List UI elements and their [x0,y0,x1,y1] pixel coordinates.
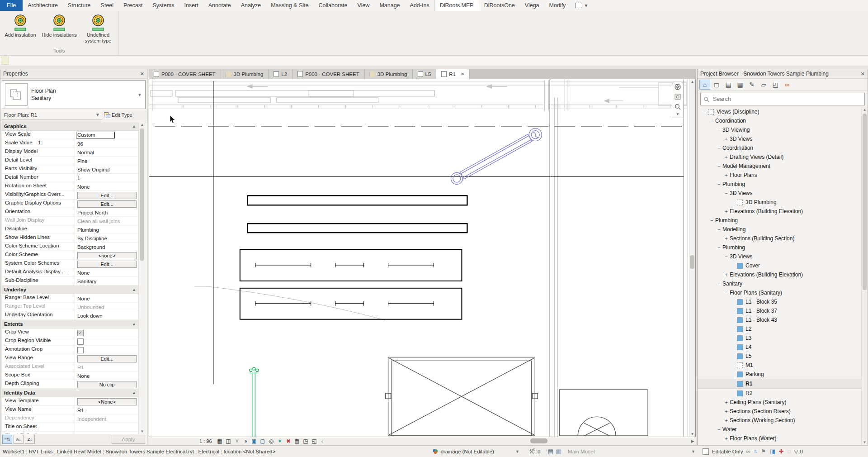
shadows-icon[interactable]: ◑ [241,438,250,445]
collapse-icon[interactable]: − [716,227,722,232]
menu-item-modify[interactable]: Modify [544,0,571,11]
background-processes-icon[interactable]: ◌ [788,448,791,455]
tree-item-ceiling-plans-sanitary[interactable]: +Ceiling Plans (Sanitary) [698,398,868,407]
menu-item-insert[interactable]: Insert [179,0,203,11]
close-icon[interactable]: ✕ [461,71,464,76]
property-button-edit[interactable]: Edit... [77,355,137,362]
sanitary-pipe[interactable] [250,367,259,437]
collapse-icon[interactable]: − [723,290,730,295]
expand-icon[interactable]: + [723,236,730,241]
menu-item-architecture[interactable]: Architecture [23,0,63,11]
menu-item-file[interactable]: File [0,0,23,11]
tree-item-views-discipline[interactable]: −Views (Discipline) [698,107,868,116]
displacement-sets-icon[interactable]: ◱ [310,438,319,445]
select-underlay-icon[interactable]: ≈ [754,448,757,455]
collapse-icon[interactable]: − [701,109,708,114]
property-button-edit[interactable]: Edit... [77,261,137,268]
detail-level-icon[interactable]: ▦ [216,438,224,445]
scrollbar-thumb[interactable] [690,255,694,269]
collapse-icon[interactable]: − [723,254,730,259]
tree-item-model-management[interactable]: −Model Management [698,162,868,171]
property-button-edit[interactable]: Edit... [77,200,137,208]
scroll-down-icon[interactable]: ▼ [689,432,695,436]
editing-requests-icon[interactable]: ▤ [547,448,553,455]
menu-item-add-ins[interactable]: Add-Ins [405,0,434,11]
tree-item-l1-block-43[interactable]: L1 - Block 43 [698,315,868,324]
expand-icon[interactable]: + [723,172,730,178]
revit-links-icon[interactable]: ◰ [770,80,781,90]
type-selector[interactable]: Floor Plan Sanitary ▼ [2,80,146,109]
tree-item-r1[interactable]: R1 [698,379,868,389]
property-value[interactable]: Custom [75,131,139,139]
collapse-icon[interactable]: − [708,218,715,223]
collapse-icon[interactable]: − [716,163,722,169]
close-icon[interactable]: ✕ [140,71,144,77]
view-tab-3d-plumbing-1[interactable]: 3D Plumbing [221,69,269,79]
checkbox[interactable]: ✓ [77,330,84,336]
tree-item-water[interactable]: −Water [698,425,868,434]
tree-item-l4[interactable]: L4 [698,343,868,352]
tree-item-ceiling-plans-water[interactable]: +Ceiling Plans (Water) [698,443,868,445]
expand-icon[interactable]: + [723,209,730,214]
ribbon-tool-undefined-system-type[interactable]: Undefined system type [79,12,118,43]
select-links-icon[interactable]: ∞ [746,448,750,455]
temporary-hide-isolate-icon[interactable]: ◎ [267,438,276,445]
views-icon[interactable]: ◻ [711,80,722,90]
tree-item-sanitary[interactable]: −Sanitary [698,279,868,288]
navbar-expand-icon[interactable]: ▼ [676,112,679,117]
reveal-hidden-elements-icon[interactable]: ✦ [276,438,284,445]
tree-item-3d-plumbing[interactable]: 3D Plumbing [698,198,868,207]
link-icon[interactable]: ∞ [782,80,793,90]
menu-item-annotate[interactable]: Annotate [203,0,236,11]
pan-2d-icon[interactable] [673,92,682,101]
collapse-icon[interactable]: ▲ [132,390,136,395]
menu-item-manage[interactable]: Manage [374,0,405,11]
edit-type-button[interactable]: Edit Type [104,110,146,119]
collapse-icon[interactable]: − [716,245,722,250]
groups-icon[interactable]: ▱ [758,80,769,90]
expand-icon[interactable]: + [723,409,730,414]
tree-item-plumbing[interactable]: −Plumbing [698,180,868,189]
editable-only-checkbox[interactable] [703,448,709,455]
scroll-up-icon[interactable]: ▲ [139,123,146,127]
worksharing-display-icon[interactable]: ✖ [284,438,293,445]
tree-item-sections-section-risers[interactable]: +Sections (Section Risers) [698,407,868,416]
checkbox[interactable] [77,338,84,345]
expand-icon[interactable]: + [723,418,730,423]
tree-item-3d-views[interactable]: −3D Views [698,252,868,261]
scroll-up-icon[interactable]: ▲ [862,108,868,112]
scroll-down-icon[interactable]: ▼ [139,429,146,433]
expand-icon[interactable]: + [723,400,730,405]
property-button-no-clip[interactable]: No clip [77,381,137,388]
search-input[interactable] [712,95,862,103]
view-bar-collapse-icon[interactable]: ‹ [319,438,326,444]
menu-item-dirootsone[interactable]: DiRootsOne [479,0,520,11]
tree-item-m1[interactable]: M1 [698,361,868,370]
collapse-icon[interactable]: − [716,145,722,151]
menu-item-collaborate[interactable]: Collaborate [314,0,353,11]
analytical-model-icon[interactable]: ◳ [302,438,310,445]
selection-filter[interactable]: ▽ :0 [794,448,802,455]
tree-item-3d-views[interactable]: −3D Views [698,189,868,198]
property-button-edit[interactable]: Edit... [77,192,137,199]
scrollbar-thumb[interactable] [863,114,867,290]
tree-item-l1-block-37[interactable]: L1 - Block 37 [698,306,868,315]
properties-scrollbar[interactable]: ▲ ▼ [138,122,146,434]
tree-item-plumbing[interactable]: −Plumbing [698,243,868,252]
scroll-up-icon[interactable]: ▲ [689,80,695,84]
crop-view-icon[interactable]: ▣ [250,438,259,445]
property-filter-icon[interactable]: ≡⇅ [2,435,12,444]
sheets-icon[interactable]: ▦ [735,80,745,90]
view-tab-l5-5[interactable]: L5 [413,69,437,79]
expand-icon[interactable]: + [723,136,730,142]
sort-ascending-icon[interactable]: A↓ [14,435,24,444]
collapse-icon[interactable]: − [716,127,722,133]
chevron-down-icon[interactable]: ▼ [137,92,142,97]
tree-item-modelling[interactable]: −Modelling [698,225,868,234]
visual-style-icon[interactable]: ◫ [224,438,233,445]
sort-descending-icon[interactable]: Z↓ [25,435,35,444]
scrollbar-thumb[interactable] [530,438,547,443]
expand-icon[interactable]: + [723,436,730,441]
families-icon[interactable]: ✎ [746,80,757,90]
apply-button[interactable]: Apply [112,435,145,444]
